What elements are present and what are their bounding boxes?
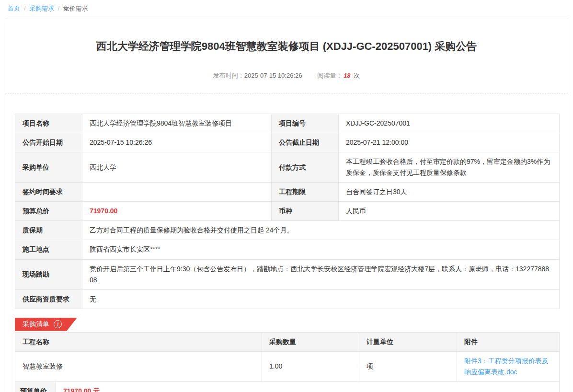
item-quantity: 1.00 [262,351,359,381]
start-date-label: 公告开始日期 [15,133,82,152]
badge-count-circle: 1 [54,320,62,328]
survey-label: 现场踏勘 [15,259,82,289]
purchaser-value: 西北大学 [82,152,272,182]
sign-time-value [82,183,272,202]
breadcrumb-current: 竞价需求 [63,5,88,12]
site-label: 施工地点 [15,240,82,259]
table-row: 公告开始日期 2025-07-15 10:26:26 公告截止日期 2025-0… [15,133,560,152]
project-info-table: 项目名称 西北大学经济管理学院9804班智慧教室装修项目 项目编号 XDJJ-G… [15,114,560,309]
table-row: 预算单价 71970.00 元 [15,382,560,392]
item-unit: 项 [359,351,457,381]
announcement-meta: 发布时间：2025-07-15 10:26:26 阅读量：18 次 [5,71,568,80]
col-header-name: 工程名称 [15,332,262,351]
qualification-value: 无 [82,289,560,309]
project-name-label: 项目名称 [15,114,82,133]
page-title: 西北大学经济管理学院9804班智慧教室装修项目 (XDJJ-GC-2025070… [5,19,568,54]
announcement-card: 西北大学经济管理学院9804班智慧教室装修项目 (XDJJ-GC-2025070… [5,19,568,392]
project-name-value: 西北大学经济管理学院9804班智慧教室装修项目 [82,114,272,133]
table-row: 现场踏勘 竞价开启后第三个工作日上午9:30（包含公告发布日），踏勘地点：西北大… [15,259,560,289]
purchase-list-badge: 采购清单 1 [15,318,77,331]
purchase-items-table: 工程名称 采购数量 计量单位 附件 智慧教室装修 1.00 项 附件3：工程类分… [15,332,560,382]
item-name: 智慧教室装修 [15,351,262,381]
site-value: 陕西省西安市长安区**** [82,240,560,259]
table-row: 智慧教室装修 1.00 项 附件3：工程类分项报价表及响应偏离表改.doc [15,351,560,381]
end-date-value: 2025-07-21 12:00:00 [339,133,560,152]
breadcrumb: 首页 / 采购需求 / 竞价需求 [0,0,573,17]
payment-label: 付款方式 [272,152,339,182]
unit-price-value: 71970.00 [63,387,91,392]
attachment-link[interactable]: 附件3：工程类分项报价表及响应偏离表改.doc [464,357,549,376]
item-attachment-cell: 附件3：工程类分项报价表及响应偏离表改.doc [457,351,560,381]
payment-value: 本工程竣工验收合格后，付至审定价款的97%，留审定金额的3%作为质保金，质保金支… [339,152,560,182]
breadcrumb-separator: / [24,5,26,12]
breadcrumb-purchase-demand-link[interactable]: 采购需求 [29,5,54,12]
unit-price-suffix: 元 [93,387,100,392]
end-date-label: 公告截止日期 [272,133,339,152]
breadcrumb-separator: / [58,5,60,12]
table-row: 供应商资质要求 无 [15,289,560,309]
table-row: 预算总价 71970.00 币种 人民币 [15,202,560,221]
item-detail-table: 预算单价 71970.00 元 工程内容 此项目主要包含，教室内的地面处理，前面… [15,381,560,392]
warranty-label: 质保期 [15,221,82,240]
currency-label: 币种 [272,202,339,221]
table-row: 签约时间要求 工程期限 自合同签订之日30天 [15,183,560,202]
unit-price-label: 预算单价 [15,382,56,392]
dashed-divider [5,93,568,93]
table-row: 施工地点 陕西省西安市长安区**** [15,240,560,259]
publish-time: 发布时间：2025-07-15 10:26:26 [213,72,302,79]
table-header-row: 工程名称 采购数量 计量单位 附件 [15,332,560,351]
sign-time-label: 签约时间要求 [15,183,82,202]
col-header-unit: 计量单位 [359,332,457,351]
start-date-value: 2025-07-15 10:26:26 [82,133,272,152]
project-no-label: 项目编号 [272,114,339,133]
col-header-attachment: 附件 [457,332,560,351]
project-no-value: XDJJ-GC-202507001 [339,114,560,133]
budget-total-value: 71970.00 [82,202,272,221]
col-header-quantity: 采购数量 [262,332,359,351]
breadcrumb-home-link[interactable]: 首页 [8,5,20,12]
table-row: 质保期 乙方对合同工程的质量保修期为验收合格并交付使用之日起 24个月。 [15,221,560,240]
duration-value: 自合同签订之日30天 [339,183,560,202]
qualification-label: 供应商资质要求 [15,289,82,309]
purchase-list-badge-label: 采购清单 [23,320,49,329]
currency-value: 人民币 [339,202,560,221]
duration-label: 工程期限 [272,183,339,202]
budget-total-label: 预算总价 [15,202,82,221]
table-row: 项目名称 西北大学经济管理学院9804班智慧教室装修项目 项目编号 XDJJ-G… [15,114,560,133]
read-count: 阅读量：18 次 [317,72,360,79]
survey-value: 竞价开启后第三个工作日上午9:30（包含公告发布日），踏勘地点：西北大学长安校区… [82,259,560,289]
unit-price-cell: 71970.00 元 [56,382,560,392]
purchaser-label: 采购单位 [15,152,82,182]
warranty-value: 乙方对合同工程的质量保修期为验收合格并交付使用之日起 24个月。 [82,221,560,240]
table-row: 采购单位 西北大学 付款方式 本工程竣工验收合格后，付至审定价款的97%，留审定… [15,152,560,182]
